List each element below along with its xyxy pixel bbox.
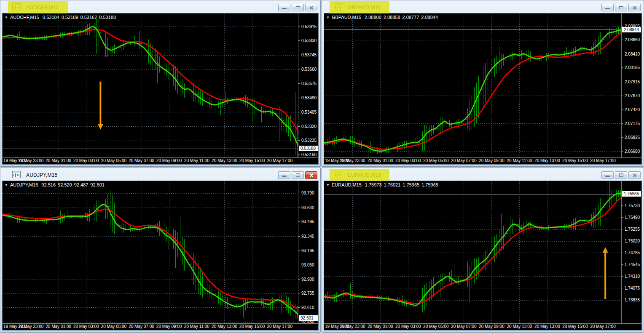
- price-tick-label: 0.53320: [298, 124, 318, 129]
- window-title: EURAUD,M15: [348, 172, 381, 178]
- price-tick-label: 0.53660: [298, 67, 318, 72]
- chart-plot[interactable]: [3, 13, 298, 158]
- minimize-button[interactable]: [601, 4, 614, 11]
- window-titlebar[interactable]: AUDCHF,M15: [2, 2, 319, 13]
- minimize-button[interactable]: [601, 171, 614, 179]
- price-axis[interactable]: 2.089052.086602.084102.081652.079152.076…: [621, 13, 641, 158]
- price-tick-label: 1.75255: [622, 227, 641, 232]
- chart-canvas[interactable]: [3, 13, 298, 158]
- price-tick-label: 1.74310: [622, 274, 641, 279]
- ohlc-close: 1.75965: [421, 182, 438, 187]
- chart-area[interactable]: ▼AUDCHF,M150.531840.531890.531670.53188 …: [2, 13, 319, 165]
- ohlc-open: 1.75973: [365, 182, 382, 187]
- time-tick-label: 20 May 13:00: [212, 324, 237, 329]
- chart-plot[interactable]: [324, 181, 622, 324]
- time-tick-label: 20 May 11:00: [184, 324, 209, 329]
- chart-area[interactable]: ▼GBPAUD,M152.088002.088582.087772.08844 …: [324, 13, 642, 165]
- time-axis[interactable]: 19 May 202519 May 23:0020 May 01:0020 Ma…: [324, 157, 641, 164]
- time-axis[interactable]: 19 May 202519 May 23:0020 May 01:0020 Ma…: [3, 323, 318, 330]
- window-titlebar[interactable]: EURAUD,M15: [324, 170, 642, 181]
- grid-layer: [3, 13, 298, 158]
- window-controls: [601, 171, 641, 179]
- trend-arrow-up: [603, 247, 608, 299]
- ohlc-readout: ▼AUDCHF,M150.531840.531890.531670.53188: [5, 15, 118, 20]
- price-tick-label: 2.08410: [622, 52, 641, 56]
- time-tick-label: 20 May 07:00: [451, 324, 477, 329]
- time-tick-label: 20 May 11:00: [507, 158, 532, 163]
- price-tick-label: 2.07420: [622, 107, 641, 112]
- ohlc-readout: ▼GBPAUD,M152.088002.088582.087772.08844: [326, 15, 440, 20]
- time-tick-label: 20 May 01:00: [368, 158, 393, 163]
- time-tick-label: 20 May 05:00: [101, 324, 127, 329]
- price-tick-label: 92.900: [298, 277, 318, 282]
- window-controls: [601, 4, 641, 11]
- restore-icon: [619, 173, 623, 177]
- restore-button[interactable]: [292, 4, 304, 11]
- chart-window-audjpy: AUDJPY,M15 ▼AUDJPY,M1592.51692.52092.487…: [0, 168, 321, 333]
- restore-icon: [619, 6, 623, 9]
- time-tick-label: 20 May 17:00: [267, 324, 292, 329]
- price-tick-label: 1.74545: [622, 262, 641, 267]
- symbol-dropdown-icon[interactable]: ▼: [326, 183, 330, 187]
- candles-layer: [325, 181, 622, 315]
- time-tick-label: 20 May 15:00: [562, 324, 588, 329]
- time-tick-label: 20 May 13:00: [534, 324, 560, 329]
- ohlc-open: 0.53184: [43, 15, 59, 20]
- price-tick-label: 1.75730: [622, 203, 641, 208]
- price-tick-label: 93.640: [298, 205, 318, 210]
- ohlc-high: 92.520: [58, 182, 72, 187]
- window-title: AUDCHF,M15: [26, 5, 59, 11]
- price-axis[interactable]: 1.757301.754901.752551.750201.747851.745…: [621, 181, 641, 324]
- price-axis[interactable]: 93.79093.64093.49593.34593.19593.05092.9…: [298, 181, 318, 324]
- price-tick-label: 2.07670: [622, 93, 641, 98]
- chart-area[interactable]: ▼AUDJPY,M1592.51692.52092.48792.501 93.7…: [2, 181, 319, 330]
- price-tick-label: 2.07915: [622, 80, 641, 84]
- chart-plot[interactable]: [3, 181, 298, 324]
- ohlc-symbol: EURAUD,M15: [332, 182, 362, 187]
- close-button[interactable]: [628, 171, 641, 179]
- slow-ma-line: [324, 197, 622, 304]
- price-tick-label: 92.610: [298, 305, 318, 310]
- time-tick-label: 20 May 01:00: [368, 324, 393, 329]
- price-tick-label: 1.74075: [622, 286, 641, 290]
- close-icon: [309, 173, 314, 178]
- close-button[interactable]: [628, 4, 641, 11]
- trend-arrow-down: [98, 82, 103, 130]
- time-tick-label: 20 May 07:00: [129, 324, 154, 329]
- time-axis[interactable]: 19 May 202519 May 23:0020 May 01:0020 Ma…: [3, 157, 318, 164]
- ohlc-symbol: AUDJPY,M15: [10, 182, 38, 187]
- symbol-dropdown-icon[interactable]: ▼: [5, 183, 8, 187]
- chart-canvas[interactable]: [3, 181, 298, 324]
- chart-area[interactable]: ▼EURAUD,M151.759731.760211.759651.75965 …: [324, 181, 642, 330]
- window-titlebar[interactable]: GBPAUD,M15: [324, 2, 642, 13]
- chart-canvas[interactable]: [324, 13, 622, 158]
- close-button[interactable]: [305, 4, 317, 11]
- ohlc-symbol: AUDCHF,M15: [10, 15, 39, 20]
- price-axis[interactable]: 0.539150.538300.537450.536600.535750.534…: [298, 13, 318, 158]
- chart-canvas[interactable]: [324, 181, 622, 324]
- candles-layer: [3, 190, 299, 323]
- window-titlebar[interactable]: AUDJPY,M15: [2, 170, 319, 181]
- price-tick-label: 0.53745: [298, 53, 318, 57]
- minimize-button[interactable]: [278, 171, 290, 179]
- restore-button[interactable]: [292, 171, 304, 179]
- ohlc-high: 1.76021: [384, 182, 401, 187]
- close-button[interactable]: [305, 171, 317, 179]
- price-tick-label: 0.53830: [298, 38, 318, 43]
- minimize-button[interactable]: [278, 4, 290, 11]
- time-tick-label: 20 May 05:00: [423, 324, 449, 329]
- chart-app-icon: [334, 3, 342, 12]
- chart-plot[interactable]: [324, 13, 622, 158]
- minimize-icon: [282, 8, 287, 9]
- time-axis[interactable]: 19 May 202519 May 23:0020 May 01:0020 Ma…: [324, 323, 641, 330]
- time-tick-label: 20 May 17:00: [590, 324, 616, 329]
- time-tick-label: 19 May 23:00: [18, 324, 44, 329]
- price-tick-label: 93.495: [298, 219, 318, 224]
- time-tick-label: 20 May 03:00: [73, 324, 99, 329]
- restore-button[interactable]: [615, 4, 627, 11]
- time-tick-label: 20 May 15:00: [239, 324, 265, 329]
- symbol-dropdown-icon[interactable]: ▼: [5, 16, 8, 19]
- window-controls: [278, 171, 317, 179]
- restore-button[interactable]: [615, 171, 627, 179]
- symbol-dropdown-icon[interactable]: ▼: [326, 16, 330, 19]
